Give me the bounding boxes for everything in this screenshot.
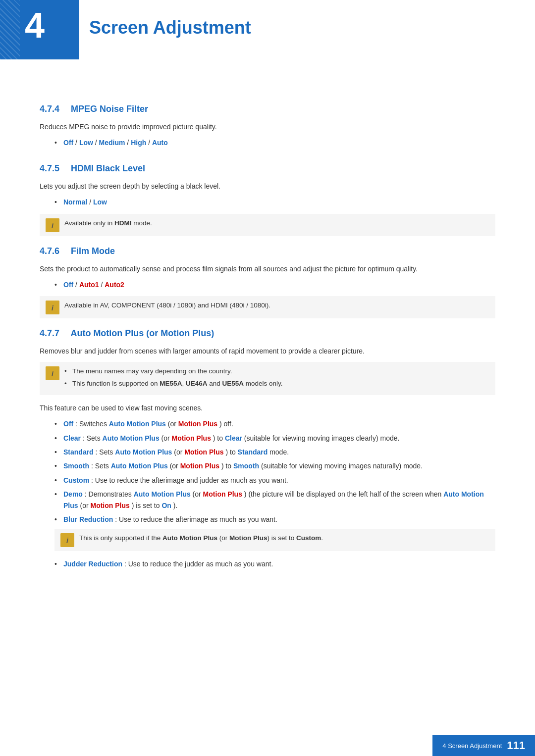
standard-val: Standard [238, 448, 268, 456]
option-auto: Auto [152, 139, 168, 147]
section-4-7-4-desc: Reduces MPEG noise to provide improved p… [40, 121, 495, 132]
note-icon-img-blur: i [60, 533, 74, 547]
text-demo-3: ) (the picture will be displayed on the … [244, 490, 443, 498]
blur-sub-note-text: This is only supported if the Auto Motio… [79, 533, 323, 544]
text-off-3: ) off. [219, 420, 233, 428]
feature-blur: Blur Reduction : Use to reduce the after… [54, 514, 495, 551]
text-demo-4: (or [80, 502, 90, 509]
option-normal: Normal [63, 198, 87, 206]
section-4-7-6-note: i Available in AV, COMPONENT (480i / 108… [40, 296, 495, 318]
label-demo: Demo [63, 490, 83, 498]
label-smooth: Smooth [63, 462, 89, 470]
text-off: : Switches [75, 420, 109, 428]
label-judder: Judder Reduction [63, 560, 122, 568]
note-icon-img-4-7-6: i [46, 301, 59, 314]
text-clear-4: (suitable for viewing moving images clea… [244, 434, 400, 442]
text-judder: : Use to reduce the judder as much as yo… [124, 560, 273, 568]
motion-plus-4: Motion Plus [180, 462, 219, 470]
option-off2: Off [63, 281, 73, 289]
text-clear: : Sets [83, 434, 103, 442]
feature-list: Off : Switches Auto Motion Plus (or Moti… [54, 418, 495, 570]
label-standard: Standard [63, 448, 94, 456]
section-4-7-7-num: 4.7.7 [40, 328, 59, 338]
text-demo-5: ) is set to [132, 502, 162, 509]
auto-motion-plus-3: Auto Motion Plus [115, 448, 172, 456]
text-off-2: (or [168, 420, 178, 428]
page-footer: 4 Screen Adjustment 111 [432, 735, 535, 756]
sep2: / [95, 139, 99, 147]
chapter-title: Screen Adjustment [89, 17, 251, 38]
auto-motion-plus-2: Auto Motion Plus [103, 434, 160, 442]
text-smooth-4: (suitable for viewing moving images natu… [261, 462, 423, 470]
main-content: 4.7.4 MPEG Noise Filter Reduces MPEG noi… [0, 84, 535, 605]
section-4-7-4-num: 4.7.4 [40, 104, 59, 114]
note-icon-4-7-5: i [46, 218, 59, 232]
section-4-7-7-title: 4.7.7 Auto Motion Plus (or Motion Plus) [40, 328, 495, 339]
text-blur: : Use to reduce the afterimage as much a… [115, 515, 277, 523]
section-4-7-7-feature-desc: This feature can be used to view fast mo… [40, 403, 495, 413]
section-4-7-7-desc: Removes blur and judder from scenes with… [40, 346, 495, 356]
option-low: Low [79, 139, 93, 147]
section-4-7-6-options-list: Off / Auto1 / Auto2 [54, 279, 495, 290]
option-auto2: Auto2 [105, 281, 124, 289]
section-4-7-6-options: Off / Auto1 / Auto2 [54, 279, 495, 290]
header-stripe-decoration [0, 0, 20, 59]
section-4-7-7-label: Auto Motion Plus (or Motion Plus) [70, 328, 214, 338]
option-medium: Medium [99, 139, 125, 147]
text-demo-2: (or [193, 490, 203, 498]
note-text-4-7-5: Available only in HDMI mode. [64, 218, 152, 229]
sep6: / [75, 281, 79, 289]
feature-custom: Custom : Use to reduce the afterimage an… [54, 475, 495, 486]
option-high: High [131, 139, 146, 147]
note-bullets-list: The menu names may vary depending on the… [64, 366, 283, 389]
sep4: / [148, 139, 152, 147]
option-low2: Low [93, 198, 107, 206]
label-blur: Blur Reduction [63, 515, 113, 523]
section-4-7-4-title: 4.7.4 MPEG Noise Filter [40, 104, 495, 114]
note-icon-4-7-6: i [46, 301, 59, 314]
sep5: / [89, 198, 93, 206]
text-smooth-3: ) to [221, 462, 233, 470]
smooth-val: Smooth [233, 462, 259, 470]
feature-clear: Clear : Sets Auto Motion Plus (or Motion… [54, 433, 495, 444]
feature-standard: Standard : Sets Auto Motion Plus (or Mot… [54, 447, 495, 457]
note-icon-blur: i [60, 533, 74, 547]
section-4-7-6-title: 4.7.6 Film Mode [40, 246, 495, 256]
label-custom: Custom [63, 476, 89, 484]
sep1: / [75, 139, 79, 147]
text-smooth: : Sets [91, 462, 111, 470]
motion-plus-3: Motion Plus [184, 448, 223, 456]
motion-plus-5: Motion Plus [203, 490, 242, 498]
feature-judder: Judder Reduction : Use to reduce the jud… [54, 558, 495, 569]
section-4-7-4-label: MPEG Noise Filter [71, 104, 148, 114]
feature-smooth: Smooth : Sets Auto Motion Plus (or Motio… [54, 460, 495, 471]
note-bullet-1: The menu names may vary depending on the… [64, 366, 283, 377]
motion-plus-1: Motion Plus [178, 420, 217, 428]
sep3: / [127, 139, 131, 147]
section-4-7-5-title: 4.7.5 HDMI Black Level [40, 163, 495, 174]
auto-motion-plus-5: Auto Motion Plus [134, 490, 191, 498]
section-4-7-6-label: Film Mode [71, 246, 115, 256]
section-4-7-6-desc: Sets the product to automatically sense … [40, 263, 495, 274]
text-standard: : Sets [96, 448, 115, 456]
section-4-7-5-note: i Available only in HDMI mode. [40, 214, 495, 236]
section-4-7-4-options: Off / Low / Medium / High / Auto [54, 137, 495, 148]
text-standard-3: ) to [225, 448, 237, 456]
motion-plus-2: Motion Plus [172, 434, 211, 442]
page-header: 4 Screen Adjustment [0, 0, 535, 64]
footer-page-number: 111 [507, 739, 525, 752]
label-off: Off [63, 420, 73, 428]
note-bullet-2: This function is supported on ME55A, UE4… [64, 378, 283, 389]
note-icon-img-4-7-7: i [46, 366, 59, 380]
text-smooth-2: (or [170, 462, 180, 470]
note-icon-4-7-7: i [46, 366, 59, 380]
clear-val: Clear [225, 434, 242, 442]
auto-motion-plus-1: Auto Motion Plus [109, 420, 166, 428]
option-off: Off [63, 139, 73, 147]
note-text-4-7-6: Available in AV, COMPONENT (480i / 1080i… [64, 300, 270, 311]
note-icon-img-4-7-5: i [46, 218, 59, 232]
on-val: On [161, 502, 171, 509]
section-4-7-7-note: i The menu names may vary depending on t… [40, 362, 495, 395]
text-demo-6: ). [173, 502, 178, 509]
feature-off: Off : Switches Auto Motion Plus (or Moti… [54, 418, 495, 429]
